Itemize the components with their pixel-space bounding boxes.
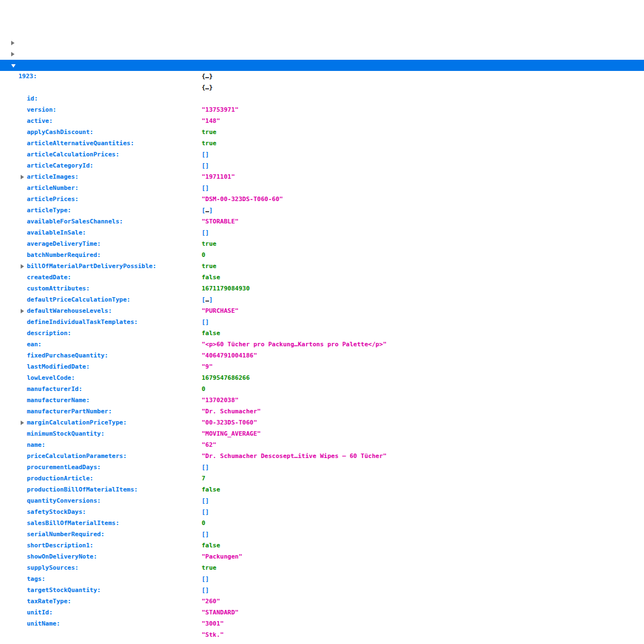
expand-arrow-icon[interactable] (21, 309, 24, 313)
json-tree-row[interactable]: articleNumber: "DSM-00-323DS-T060-60" (0, 160, 644, 171)
property-value: "3001" (202, 618, 224, 629)
json-tree-row[interactable]: tags: [] (0, 551, 644, 562)
json-tree-row[interactable]: articleCalculationPrices: [] (0, 127, 644, 138)
expand-arrow-icon[interactable] (21, 175, 24, 179)
json-tree-row[interactable]: name: "Dr. Schumacher Descosept…itive Wi… (0, 417, 644, 428)
json-tree-row[interactable]: serialNumberRequired: false (0, 507, 644, 518)
value-part: "Stk." (202, 631, 224, 638)
property-value: "Stk." (202, 629, 224, 641)
json-tree-row[interactable]: unitId: "3001" (0, 585, 644, 596)
expand-arrow-icon[interactable] (11, 41, 15, 45)
json-tree-row[interactable]: customAttributes: […] (0, 261, 644, 272)
value-part: "3001" (202, 620, 224, 627)
json-tree-row[interactable]: applyCashDiscount: true (0, 104, 644, 116)
json-tree: 1922: {…} 1923: {…} 1924: id: "13753971"… (0, 37, 644, 607)
json-tree-row[interactable]: articleImages: [] (0, 149, 644, 160)
json-tree-row[interactable]: shortDescription1: "Packungen" (0, 518, 644, 529)
json-tree-row[interactable]: manufacturerName: "Dr. Schumacher" (0, 373, 644, 384)
json-tree-row[interactable]: unitName: "Stk." (0, 596, 644, 607)
json-tree-row[interactable]: productionArticle: false (0, 451, 644, 462)
json-tree-row[interactable]: availableInSale: true (0, 205, 644, 216)
value-part: "STANDARD" (202, 609, 238, 616)
json-tree-row[interactable]: availableForSalesChannels: [] (0, 194, 644, 205)
json-tree-row[interactable]: description: "<p>60 Tücher pro Packung…K… (0, 306, 644, 317)
json-tree-row[interactable]: lowLevelCode: 0 (0, 350, 644, 361)
json-tree-row[interactable]: createdDate: 1671179084930 (0, 250, 644, 261)
json-tree-row[interactable]: 1924: (0, 60, 644, 71)
json-tree-row[interactable]: manufacturerPartNumber: "00-323DS-T060" (0, 384, 644, 395)
json-tree-row[interactable]: articleType: "STORABLE" (0, 183, 644, 194)
json-tree-row[interactable]: fixedPurchaseQuantity: "9" (0, 328, 644, 339)
json-tree-row[interactable]: procurementLeadDays: 7 (0, 440, 644, 451)
expand-arrow-icon[interactable] (11, 52, 15, 56)
property-key: unitName: (27, 618, 60, 629)
json-tree-row[interactable]: defaultPriceCalculationType: "PURCHASE" (0, 272, 644, 283)
json-tree-row[interactable]: safetyStockDays: 0 (0, 484, 644, 495)
json-tree-row[interactable]: supplySources: [] (0, 540, 644, 551)
json-tree-row[interactable]: articleCategoryId: "1971101" (0, 138, 644, 149)
json-tree-row[interactable]: id: "13753971" (0, 71, 644, 82)
json-tree-row[interactable]: version: "148" (0, 82, 644, 93)
json-tree-row[interactable]: batchNumberRequired: true (0, 227, 644, 238)
expand-arrow-icon[interactable] (11, 64, 16, 68)
json-tree-row[interactable]: active: true (0, 93, 644, 104)
json-tree-row[interactable]: ean: "4064791004186" (0, 317, 644, 328)
json-tree-row[interactable]: 1922: {…} (0, 37, 644, 49)
json-tree-row[interactable]: marginCalculationPriceType: "MOVING_AVER… (0, 395, 644, 406)
expand-arrow-icon[interactable] (21, 264, 24, 269)
json-tree-row[interactable]: articleAlternativeQuantities: [] (0, 116, 644, 127)
json-tree-row[interactable]: taxRateType: "STANDARD" (0, 574, 644, 585)
json-tree-row[interactable]: billOfMaterialPartDeliveryPossible: fals… (0, 238, 644, 250)
json-tree-row[interactable]: quantityConversions: [] (0, 473, 644, 484)
json-tree-row[interactable]: 1923: {…} (0, 49, 644, 60)
json-tree-row[interactable]: showOnDeliveryNote: true (0, 529, 644, 540)
json-tree-row[interactable]: defineIndividualTaskTemplates: false (0, 294, 644, 306)
json-tree-row[interactable]: lastModifiedDate: 1679547686266 (0, 339, 644, 350)
json-tree-row[interactable]: defaultWarehouseLevels: [] (0, 283, 644, 294)
json-tree-row[interactable]: manufacturerId: "13702038" (0, 361, 644, 373)
json-tree-row[interactable]: averageDeliveryTime: 0 (0, 216, 644, 227)
json-tree-row[interactable]: targetStockQuantity: "260" (0, 562, 644, 574)
property-value: "STANDARD" (202, 607, 238, 618)
property-key: unitId: (27, 607, 53, 618)
json-tree-row[interactable]: articlePrices: […] (0, 171, 644, 183)
json-tree-row[interactable]: salesBillOfMaterialItems: [] (0, 495, 644, 507)
json-tree-row[interactable]: productionBillOfMaterialItems: [] (0, 462, 644, 473)
expand-arrow-icon[interactable] (21, 421, 24, 425)
json-tree-row[interactable]: priceCalculationParameters: [] (0, 428, 644, 440)
json-tree-row[interactable]: minimumStockQuantity: "62" (0, 406, 644, 417)
